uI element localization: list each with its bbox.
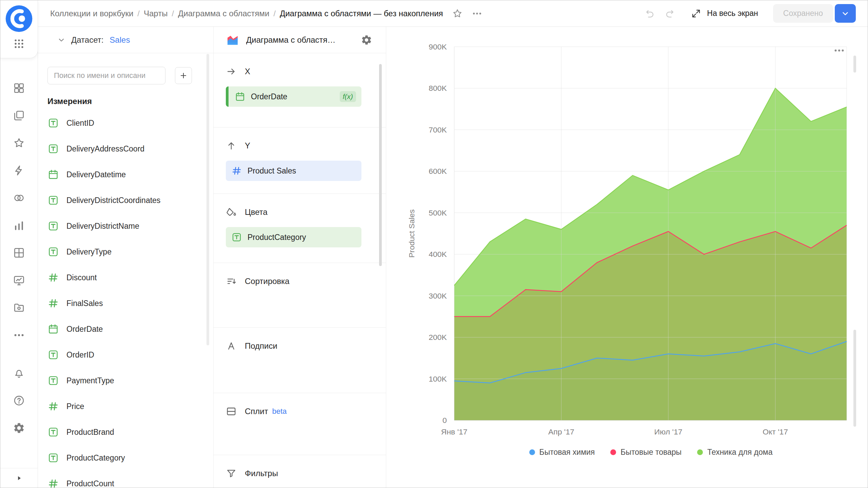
field-item-clientid[interactable]: ClientID	[38, 110, 213, 136]
config-scrollbar[interactable]	[379, 64, 382, 266]
field-item-deliverydistrictname[interactable]: DeliveryDistrictName	[38, 213, 213, 239]
field-type-number-icon	[47, 478, 59, 488]
field-item-deliveryaddresscoord[interactable]: DeliveryAddressCoord	[38, 136, 213, 162]
add-field-button[interactable]	[175, 67, 192, 84]
field-item-deliverytype[interactable]: DeliveryType	[38, 239, 213, 265]
section-label: Цвета	[245, 207, 268, 217]
field-type-number-icon	[47, 272, 59, 283]
rail-settings-icon[interactable]	[13, 422, 25, 434]
breadcrumb-item[interactable]: Диаграмма с областями	[178, 9, 269, 18]
area-chart: 0100K200K300K400K500K600K700K800K900KЯнв…	[386, 27, 868, 488]
label-a-icon	[226, 341, 237, 351]
chart-scrollbar-thumb-top[interactable]	[853, 56, 856, 73]
field-item-orderdate[interactable]: OrderDate	[38, 316, 213, 342]
more-actions-icon[interactable]	[472, 8, 482, 19]
svg-text:600K: 600K	[429, 167, 447, 176]
field-search-input[interactable]	[47, 67, 165, 84]
rail-notifications-icon[interactable]	[13, 367, 25, 379]
field-label: OrderID	[66, 350, 94, 360]
arrow-up-icon	[226, 140, 237, 151]
rail-items	[13, 82, 25, 341]
dataset-collapse-icon[interactable]	[57, 36, 66, 44]
dataset-name-link[interactable]: Sales	[110, 35, 130, 45]
field-label: FinalSales	[66, 299, 103, 308]
rail-widgets-icon[interactable]	[13, 82, 25, 94]
redo-icon[interactable]	[664, 8, 675, 19]
config-field-product-sales[interactable]: Product Sales	[226, 161, 361, 181]
rail-logo-block	[0, 0, 38, 58]
field-item-paymenttype[interactable]: PaymentType	[38, 368, 213, 393]
section-label: Y	[245, 141, 250, 150]
field-label: ProductCategory	[66, 453, 125, 463]
legend-item-техника-для-дома[interactable]: Техника для дома	[697, 448, 772, 457]
field-type-string-icon	[231, 232, 242, 243]
saved-button[interactable]: Сохранено	[773, 4, 833, 23]
plus-icon	[179, 71, 188, 80]
section-label: Сортировка	[245, 277, 290, 286]
fullscreen-label[interactable]: На весь экран	[707, 9, 758, 18]
chart-legend: Бытовая химияБытовые товарыТехника для д…	[454, 448, 847, 457]
chart-menu-icon[interactable]	[833, 44, 845, 57]
rail-help-icon[interactable]	[13, 394, 25, 407]
breadcrumb-item[interactable]: Коллекции и воркбуки	[50, 9, 133, 18]
breadcrumb-separator: /	[273, 9, 276, 18]
legend-label: Бытовая химия	[539, 448, 595, 457]
chart-settings-gear-icon[interactable]	[361, 34, 372, 46]
field-item-finalsales[interactable]: FinalSales	[38, 290, 213, 316]
save-dropdown-button[interactable]	[835, 4, 856, 23]
svg-text:700K: 700K	[429, 125, 447, 134]
pill-label: OrderDate	[251, 92, 287, 101]
dataset-scrollbar[interactable]	[206, 54, 209, 345]
breadcrumb-item[interactable]: Чарты	[144, 9, 167, 18]
undo-icon[interactable]	[645, 8, 655, 19]
field-item-productbrand[interactable]: ProductBrand	[38, 419, 213, 445]
config-section-filters: Фильтры	[214, 455, 386, 488]
workspace-body: Датасет: Sales Измерения ClientIDDeliver…	[38, 27, 868, 488]
field-item-price[interactable]: Price	[38, 393, 213, 419]
svg-text:900K: 900K	[429, 42, 447, 51]
rail-storage-icon[interactable]	[13, 302, 25, 314]
filter-icon	[226, 468, 237, 479]
datalens-logo-icon[interactable]	[5, 5, 33, 33]
field-type-string-icon	[47, 220, 59, 232]
svg-text:Окт '17: Окт '17	[763, 427, 788, 436]
rail-favorites-icon[interactable]	[13, 137, 25, 149]
field-item-deliverydatetime[interactable]: DeliveryDatetime	[38, 162, 213, 187]
legend-label: Техника для дома	[707, 448, 772, 457]
legend-dot	[697, 449, 703, 455]
svg-text:Апр '17: Апр '17	[548, 427, 574, 436]
rail-dashboards-icon[interactable]	[13, 274, 25, 286]
config-field-orderdate[interactable]: OrderDatef(x)	[226, 86, 361, 107]
chart-scrollbar-thumb[interactable]	[853, 330, 856, 427]
svg-text:500K: 500K	[429, 208, 447, 217]
config-sections: XOrderDatef(x)YProduct SalesЦветаProduct…	[214, 53, 386, 488]
rail-tables-icon[interactable]	[13, 247, 25, 259]
expand-rail-button[interactable]	[0, 468, 38, 488]
field-item-discount[interactable]: Discount	[38, 265, 213, 290]
favorite-star-icon[interactable]	[452, 8, 463, 19]
field-type-date-icon	[235, 91, 245, 102]
config-section-split: Сплитbeta	[214, 393, 386, 455]
field-item-productcategory[interactable]: ProductCategory	[38, 445, 213, 471]
rail-collections-icon[interactable]	[13, 109, 25, 122]
paint-icon	[226, 207, 237, 218]
field-label: ProductCount	[66, 479, 114, 488]
legend-item-бытовые-товары[interactable]: Бытовые товары	[610, 448, 682, 457]
config-field-productcategory[interactable]: ProductCategory	[226, 227, 361, 247]
arrow-right-icon	[226, 66, 237, 77]
field-item-orderid[interactable]: OrderID	[38, 342, 213, 368]
rail-editor-icon[interactable]	[13, 164, 25, 177]
rail-more-icon[interactable]	[13, 329, 25, 341]
rail-charts-icon[interactable]	[13, 219, 25, 231]
field-item-deliverydistrictcoordinates[interactable]: DeliveryDistrictCoordinates	[38, 187, 213, 213]
rail-queries-icon[interactable]	[13, 192, 25, 204]
field-label: DeliveryDatetime	[66, 170, 126, 179]
fullscreen-icon[interactable]	[691, 8, 702, 19]
legend-item-бытовая-химия[interactable]: Бытовая химия	[529, 448, 595, 457]
field-label: Price	[66, 402, 84, 411]
field-item-productcount[interactable]: ProductCount	[38, 471, 213, 488]
field-type-string-icon	[47, 375, 59, 386]
apps-grid-icon[interactable]	[13, 38, 25, 49]
section-label: X	[245, 67, 250, 76]
area-chart-type-icon[interactable]	[226, 33, 239, 47]
